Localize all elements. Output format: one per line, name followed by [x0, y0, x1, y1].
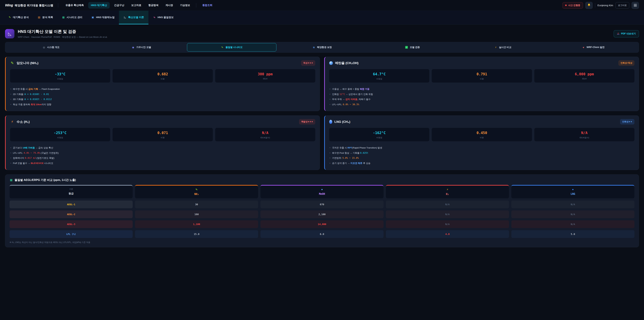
hazard-badge: 독성★★★: [301, 60, 315, 66]
nav-divider: [196, 3, 196, 8]
card-bullet: LFL~UFL: 6.0% ~ 36.5%: [329, 103, 634, 106]
droplet-icon: [571, 188, 574, 191]
card-head: LNG (CH₄) 인화성★★: [329, 119, 634, 125]
notifications-button[interactable]: [585, 2, 593, 9]
stat-idlh: 300 ppm IDLH: [215, 69, 315, 83]
stat-label: IDLH: [536, 78, 633, 80]
card-bullet: 극저온 유출 시 RPT(Rapid Phase Transition) 발생: [329, 146, 634, 150]
page-subtitle: WRF-Chem · Gaussian Plume/Puff · ROMS · …: [18, 36, 610, 39]
pdf-export-button[interactable]: PDF 내보내기: [614, 30, 639, 38]
clipboard-icon: [38, 16, 41, 19]
tab-item[interactable]: 시스템 개요: [6, 43, 96, 52]
table-cell: 4.0: [386, 230, 509, 238]
table-column-header: H₂: [386, 185, 509, 198]
tab-item-label: 실시간 비교: [499, 46, 511, 49]
table-cell: 14,000: [260, 220, 384, 228]
tab-item[interactable]: WRF-Chem 발전: [548, 43, 638, 52]
stat-boiling-point: -162°C 비등점: [329, 128, 429, 141]
pdf-export-label: PDF 내보내기: [621, 32, 636, 35]
nav-divider: [595, 3, 595, 8]
table-cell: N/A: [511, 200, 634, 208]
chemical-name: LNG (CH₄): [334, 120, 350, 124]
table-cell: 160: [135, 210, 258, 218]
card-bullet: 수용성 → 해수 용해 + 증발 복합 거동: [329, 87, 634, 91]
subnav-item[interactable]: 분석 목록: [33, 11, 57, 24]
card-title: 암모니아 (NH₃): [10, 61, 38, 65]
card-title: 수소 (H₂): [10, 120, 30, 124]
card-bullet: 3D 기화율: ṁ = 0.0182t - 0.0112: [10, 98, 315, 101]
microscope-icon: [42, 46, 46, 49]
card-bullet: Puff 모델 필수 → BLEVE/VCE 시나리오: [10, 162, 315, 165]
card-bullet: LFL~UFL: 4.0% ~ 75.0% (극넓은 가연범위): [10, 151, 315, 155]
table-column-header: MeOH: [260, 185, 384, 198]
stat-specific-gravity: 0.791 비중: [432, 69, 532, 83]
card-bullet: 독성 구름 풍하측 최대 10km까지 영향: [10, 103, 315, 106]
stat-idlh: N/A IDLH(질식): [215, 128, 315, 141]
column-label: 등급: [11, 192, 131, 195]
nav-item[interactable]: 통합조회: [200, 2, 215, 9]
card-bullet: 가연범위: 5.0% ~ 15.0%: [329, 156, 634, 160]
column-label: NH₃: [137, 193, 256, 196]
table-cell: 1,100: [135, 220, 258, 228]
subnav-item[interactable]: 대기확산 분석: [4, 11, 33, 24]
stat-value: 64.7°C: [331, 72, 428, 76]
stat-label: 비중: [433, 136, 530, 139]
subnav-item[interactable]: 확산모델 이론: [119, 11, 148, 24]
menu-button[interactable]: [632, 2, 639, 9]
nav-item[interactable]: 항공탐색: [146, 2, 161, 9]
tab-item-label: WRF-Chem 발전: [586, 46, 604, 49]
logout-button[interactable]: 로그아웃: [616, 2, 629, 9]
table-cell: 2,100: [260, 210, 384, 218]
tab-item[interactable]: 해양환경 보정: [278, 43, 367, 52]
table-header-row: 기준등급NH₃MeOHH₂LNG: [10, 185, 634, 198]
stat-label: 비등점: [331, 136, 428, 139]
subnav-item[interactable]: HNS 대응매뉴얼: [87, 11, 119, 24]
tab-item[interactable]: 모델 검증: [368, 43, 457, 52]
tab-item-label: 가우시안 모델: [136, 46, 151, 49]
rocket-icon: [582, 46, 585, 49]
nav-item[interactable]: HNS·대기확산: [88, 2, 110, 9]
module-subnav: 대기확산 분석분석 목록시나리오 관리HNS 대응매뉴얼확산모델 이론HNS 물…: [0, 11, 644, 25]
subnav-item[interactable]: 시나리오 관리: [57, 11, 87, 24]
lightning-icon: [446, 188, 449, 191]
subnav-item[interactable]: HNS 물질정보: [148, 11, 178, 24]
chemical-name: 암모니아 (NH₃): [16, 61, 38, 65]
stat-label: IDLH(질식): [536, 136, 633, 139]
card-bullet: 점화에너지 0.017 mJ (정전기로도 폭발): [10, 156, 315, 160]
nav-item[interactable]: 기상정보: [177, 2, 193, 9]
nav-item[interactable]: 유출유 확산예측: [63, 2, 86, 9]
nav-item[interactable]: 보고자료: [128, 2, 144, 9]
hazard-badge: 인화성+독성: [618, 60, 634, 66]
droplet-icon: [329, 120, 332, 124]
subnav-item-label: HNS 물질정보: [158, 16, 174, 19]
stat-label: 비등점: [12, 78, 108, 80]
page-titles: HNS 대기확산 모델 이론 및 검증 WRF-Chem · Gaussian …: [18, 29, 610, 39]
stats-row: -253°C 비등점 0.071 비중 N/A IDLH(질식): [10, 128, 315, 141]
stat-label: 비등점: [331, 78, 428, 80]
pencil-icon: [10, 61, 14, 65]
subnav-item-label: 대기확산 분석: [13, 16, 29, 19]
tab-item[interactable]: 가우시안 모델: [96, 43, 186, 52]
brand-mark: Wing: [5, 3, 13, 7]
chemical-card-meoh: 메탄올 (CH₃OH) 인화성+독성 64.7°C 비등점 0.791 비중 6…: [324, 57, 639, 111]
tab-item-label: 해양환경 보정: [317, 46, 332, 49]
user-name: Eunjeong Kim: [598, 4, 613, 7]
card-bullets: 극저온 유출 시 RPT(Rapid Phase Transition) 발생해…: [329, 144, 634, 165]
stat-specific-gravity: 0.071 비중: [112, 128, 213, 141]
table-column-header: LNG: [511, 185, 634, 198]
column-label: LNG: [513, 192, 633, 195]
stat-specific-gravity: 0.682 비중: [112, 69, 213, 83]
stat-label: IDLH(질식): [217, 136, 314, 139]
stat-value: 300 ppm: [217, 72, 314, 76]
stat-value: -162°C: [331, 131, 428, 135]
navbar-right: 사고 진행중 Eunjeong Kim 로그아웃: [562, 2, 639, 9]
tab-item[interactable]: 물질별 시나리오: [187, 43, 276, 52]
incident-status-badge: 사고 진행중: [562, 2, 583, 9]
nav-item[interactable]: 긴급구난: [111, 2, 127, 9]
chemical-name: 수소 (H₂): [16, 120, 30, 124]
page-title: HNS 대기확산 모델 이론 및 검증: [18, 29, 610, 34]
nav-item[interactable]: 게시판: [163, 2, 176, 9]
tab-item[interactable]: 실시간 비교: [458, 43, 548, 52]
top-navbar: Wing 해양환경 위기대응 통합시스템 유출유 확산예측HNS·대기확산긴급구…: [0, 0, 644, 11]
table-footnote: ※ H₂, LNG는 독성이 아닌 질식/인화성 위험으로 AEGL 대신 LF…: [10, 241, 634, 244]
